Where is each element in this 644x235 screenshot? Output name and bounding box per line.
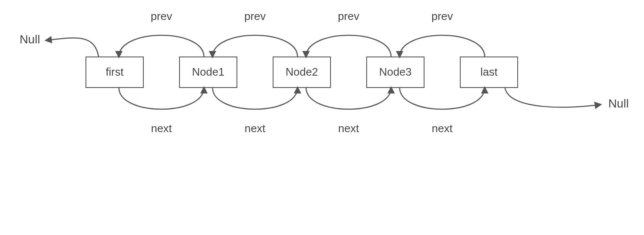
prev-link-2 <box>306 35 391 57</box>
next-link-0 <box>119 88 204 109</box>
prev-link-3 <box>400 35 485 57</box>
prev-link-0 <box>119 35 204 57</box>
node-label-n0: first <box>106 65 124 78</box>
next-label-1: next <box>245 122 266 135</box>
tail-null-label: Null <box>608 97 629 110</box>
prev-label-3: prev <box>431 10 453 23</box>
next-label-3: next <box>432 122 453 135</box>
next-label-0: next <box>151 122 172 135</box>
next-link-3 <box>400 88 485 109</box>
prev-label-0: prev <box>151 10 172 23</box>
linked-list-diagram: firstNode1Node2Node3lastprevnextprevnext… <box>0 0 644 235</box>
prev-label-1: prev <box>244 10 266 23</box>
prev-label-2: prev <box>338 10 359 23</box>
head-null-arrow <box>46 38 99 57</box>
node-label-n4: last <box>480 65 498 78</box>
next-label-2: next <box>338 122 359 135</box>
tail-null-arrow <box>505 88 601 107</box>
next-link-2 <box>306 88 391 109</box>
head-null-label: Null <box>20 33 40 46</box>
node-label-n3: Node3 <box>379 65 412 78</box>
node-label-n2: Node2 <box>285 65 318 78</box>
next-link-1 <box>213 88 298 109</box>
prev-link-1 <box>213 35 298 57</box>
node-label-n1: Node1 <box>192 65 225 78</box>
